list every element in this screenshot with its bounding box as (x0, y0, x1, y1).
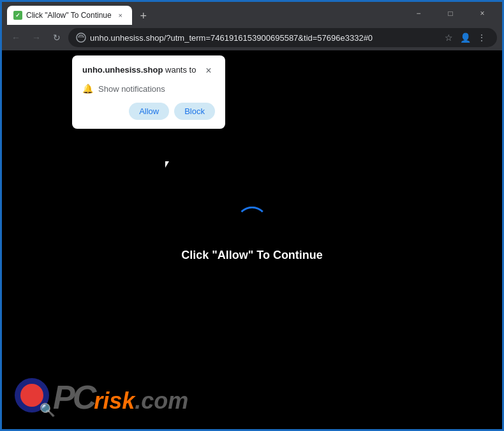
dot-com-text: .com (135, 388, 188, 414)
window-controls: − □ × (404, 3, 497, 24)
site-security-icon (76, 33, 86, 43)
pcrisk-text: PC risk .com (53, 381, 188, 414)
browser-window: Click "Allow" To Continue × + − □ × ← → … (2, 2, 502, 429)
popup-close-button[interactable]: × (202, 64, 215, 77)
address-bar[interactable]: unho.unhesiss.shop/?utm_term=74619161539… (68, 28, 497, 47)
title-bar: Click "Allow" To Continue × + − □ × (2, 2, 502, 25)
notification-popup: unho.unhesiss.shop wants to × 🔔 Show not… (72, 55, 225, 129)
mouse-cursor (165, 161, 173, 173)
navigation-bar: ← → ↻ unho.unhesiss.shop/?utm_term=74619… (2, 25, 502, 50)
risk-text: risk (94, 388, 135, 414)
popup-title: unho.unhesiss.shop wants to (82, 64, 196, 76)
pcrisk-watermark: 🔍 PC risk .com (15, 378, 188, 416)
content-area: unho.unhesiss.shop wants to × 🔔 Show not… (2, 50, 502, 429)
loading-spinner (236, 207, 268, 238)
block-button[interactable]: Block (174, 103, 215, 120)
allow-button[interactable]: Allow (129, 103, 169, 120)
popup-site-name: unho.unhesiss.shop (82, 65, 163, 75)
menu-icon[interactable]: ⋮ (474, 30, 489, 45)
new-tab-button[interactable]: + (135, 7, 152, 25)
permission-label: Show notifications (98, 84, 165, 94)
tab-favicon (13, 11, 22, 20)
tab-title: Click "Allow" To Continue (26, 11, 112, 20)
popup-permission-row: 🔔 Show notifications (82, 84, 215, 94)
tab-strip: Click "Allow" To Continue × + (7, 2, 401, 25)
minimize-button[interactable]: − (404, 3, 433, 24)
forward-button[interactable]: → (27, 29, 45, 47)
refresh-button[interactable]: ↻ (48, 29, 66, 47)
back-icon: ← (11, 33, 20, 43)
tab-close-button[interactable]: × (115, 10, 126, 20)
popup-header: unho.unhesiss.shop wants to × (82, 64, 215, 77)
forward-icon: → (32, 33, 41, 43)
back-button[interactable]: ← (7, 29, 25, 47)
profile-icon[interactable]: 👤 (457, 30, 473, 45)
url-text: unho.unhesiss.shop/?utm_term=74619161539… (90, 33, 437, 43)
magnifier-icon: 🔍 (40, 402, 56, 418)
close-window-button[interactable]: × (468, 3, 497, 24)
popup-actions: Allow Block (82, 103, 215, 120)
bookmark-icon[interactable]: ☆ (441, 30, 456, 45)
address-bar-actions: ☆ 👤 ⋮ (441, 30, 489, 45)
maximize-button[interactable]: □ (436, 3, 465, 24)
active-tab[interactable]: Click "Allow" To Continue × (7, 6, 132, 25)
pcrisk-logo-icon: 🔍 (15, 378, 53, 416)
bell-icon: 🔔 (82, 84, 93, 94)
loading-text: Click "Allow" To Continue (181, 249, 323, 262)
loading-container: Click "Allow" To Continue (181, 207, 323, 262)
refresh-icon: ↻ (53, 33, 61, 43)
pc-letters: PC (53, 381, 94, 414)
spinner-ring (236, 207, 268, 238)
